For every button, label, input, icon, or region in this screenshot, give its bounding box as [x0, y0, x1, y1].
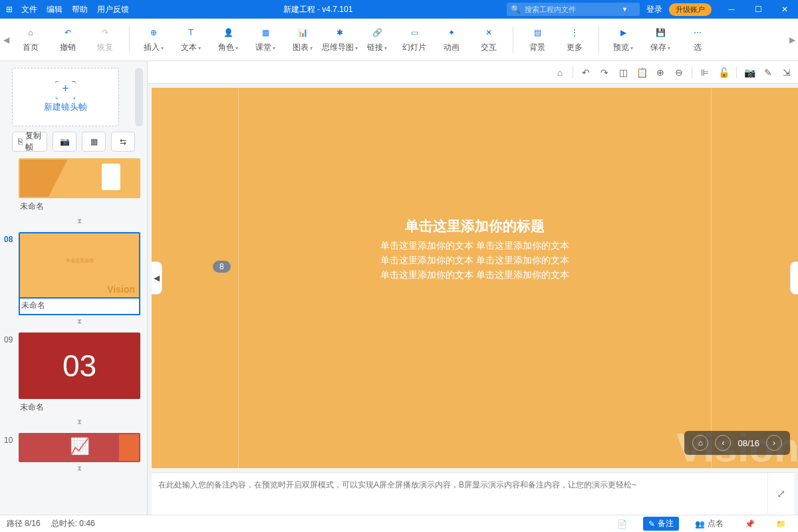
- toolbar-slides[interactable]: ▭幻灯片: [396, 26, 433, 53]
- toolbar-text[interactable]: T文本: [172, 26, 209, 53]
- menu-file[interactable]: 文件: [21, 4, 37, 15]
- toolbar-more2[interactable]: ⋯选: [679, 26, 716, 53]
- zoom-in-icon[interactable]: ⊕: [654, 67, 666, 78]
- mindmap-icon: ✱: [333, 26, 346, 39]
- redo-icon: ↷: [98, 26, 112, 39]
- qr-icon: ▦: [90, 137, 98, 146]
- edit-icon[interactable]: ✎: [762, 67, 774, 78]
- camera-icon: 📷: [60, 137, 70, 146]
- search-icon: 🔍: [511, 5, 521, 14]
- copy-frame-button[interactable]: ⎘ 复制帧: [12, 132, 47, 152]
- collapse-right-button[interactable]: [790, 261, 798, 295]
- status-duration: 总时长: 0:46: [51, 518, 95, 529]
- toolbar-more[interactable]: ⋮更多: [556, 26, 593, 53]
- menu-help[interactable]: 帮助: [72, 4, 88, 15]
- toolbar-mindmap[interactable]: ✱思维导图: [321, 26, 358, 53]
- qr-button[interactable]: ▦: [82, 132, 106, 152]
- window-title: 新建工程 - v4.7.101: [129, 4, 507, 15]
- snapshot-icon[interactable]: 📷: [743, 67, 755, 78]
- notes-textarea[interactable]: [152, 473, 767, 515]
- more-icon: ⋮: [568, 26, 581, 39]
- status-folder-button[interactable]: 📁: [771, 518, 791, 530]
- nav-home-icon[interactable]: ⌂: [692, 435, 708, 451]
- thumbnail-09[interactable]: 0903未命名⧗: [19, 332, 140, 429]
- camera-button[interactable]: 📷: [53, 132, 76, 152]
- login-link[interactable]: 登录: [640, 4, 669, 15]
- upgrade-button[interactable]: 升级账户: [669, 3, 712, 16]
- home-icon[interactable]: ⌂: [554, 67, 566, 78]
- home-icon: ⌂: [24, 26, 37, 39]
- rotate-left-icon[interactable]: ↶: [580, 67, 592, 78]
- menu-feedback[interactable]: 用户反馈: [97, 4, 129, 15]
- slide-body-placeholder[interactable]: 单击这里添加你的文本 单击这里添加你的文本 单击这里添加你的文本 单击这里添加你…: [152, 238, 798, 282]
- app-logo: ⊞: [0, 5, 19, 14]
- new-frame-button[interactable]: ⌐ ¬ + ⌞ ⌟ 新建镜头帧: [12, 68, 119, 126]
- toolbar-anim[interactable]: ✦动画: [433, 26, 470, 53]
- toolbar-link[interactable]: 🔗链接: [358, 26, 396, 53]
- toolbar-home[interactable]: ⌂首页: [12, 26, 49, 53]
- toolbar-redo[interactable]: ↷恢复: [86, 26, 124, 53]
- person-icon: 👤: [221, 26, 235, 39]
- slide-canvas[interactable]: ◀ 8 单击这里添加你的标题 单击这里添加你的文本 单击这里添加你的文本 单击这…: [152, 88, 798, 468]
- save-icon: 💾: [654, 26, 667, 39]
- copy-icon: ⎘: [18, 137, 23, 146]
- new-frame-label: 新建镜头帧: [44, 101, 87, 113]
- thumbnail-08[interactable]: 08单击这里添加Vision未命名⧗: [19, 232, 140, 329]
- export-icon[interactable]: ⇲: [781, 67, 793, 78]
- toolbar-bg[interactable]: ▤背景: [519, 26, 556, 53]
- align-icon[interactable]: ⊫: [699, 67, 711, 78]
- slide-title-placeholder[interactable]: 单击这里添加你的标题: [152, 217, 798, 235]
- toolbar-book[interactable]: ▦课堂: [247, 26, 284, 53]
- undo-icon: ↶: [61, 26, 74, 39]
- status-roll-button[interactable]: 👥 点名: [690, 517, 729, 531]
- toolbar-play[interactable]: ▶预览: [604, 26, 642, 53]
- toolbar-save[interactable]: 💾保存: [642, 26, 679, 53]
- slide-nav: ⌂ ‹ 08/16 ›: [684, 431, 790, 455]
- book-icon: ▦: [259, 26, 272, 39]
- plus-icon: +: [62, 82, 69, 95]
- toolbar-scroll-right[interactable]: ▶: [786, 19, 798, 61]
- refresh-icon: ⇆: [120, 137, 126, 146]
- minimize-button[interactable]: ─: [718, 0, 745, 19]
- plus-circle-icon: ⊕: [147, 26, 160, 39]
- status-notes-button[interactable]: ✎ 备注: [643, 517, 679, 531]
- more2-icon: ⋯: [691, 26, 704, 39]
- zoom-out-icon[interactable]: ⊖: [673, 67, 685, 78]
- chart-icon: 📊: [296, 26, 309, 39]
- menu-edit[interactable]: 编辑: [47, 4, 63, 15]
- thumbnail-0[interactable]: 未命名⧗: [19, 158, 140, 228]
- status-doc-button[interactable]: 📄: [612, 518, 632, 530]
- nav-next-icon[interactable]: ›: [766, 435, 782, 451]
- thumbnail-10[interactable]: 10📈⧗: [19, 433, 140, 475]
- search-box[interactable]: 🔍 ▼: [507, 3, 640, 16]
- nav-prev-icon[interactable]: ‹: [715, 435, 731, 451]
- toolbar-undo[interactable]: ↶撤销: [49, 26, 86, 53]
- search-input[interactable]: [525, 5, 618, 13]
- expand-notes-button[interactable]: ⤢: [767, 473, 794, 515]
- toolbar-plus-circle[interactable]: ⊕插入: [135, 26, 172, 53]
- slides-icon: ▭: [408, 26, 421, 39]
- refresh-button[interactable]: ⇆: [111, 132, 135, 152]
- toolbar-person[interactable]: 👤角色: [209, 26, 247, 53]
- anim-icon: ✦: [445, 26, 458, 39]
- paste-icon[interactable]: 📋: [636, 67, 648, 78]
- bg-icon: ▤: [531, 26, 544, 39]
- toolbar-chart[interactable]: 📊图表: [284, 26, 321, 53]
- maximize-button[interactable]: ☐: [745, 0, 771, 19]
- lock-icon[interactable]: 🔓: [718, 67, 730, 78]
- interact-icon: ✕: [482, 26, 495, 39]
- toolbar-scroll-left[interactable]: ◀: [0, 19, 12, 61]
- status-path: 路径 8/16: [7, 518, 41, 529]
- dropdown-icon[interactable]: ▼: [622, 6, 628, 13]
- link-icon: 🔗: [370, 26, 384, 39]
- close-button[interactable]: ✕: [771, 0, 798, 19]
- play-icon: ▶: [616, 26, 630, 39]
- toolbar-interact[interactable]: ✕交互: [470, 26, 507, 53]
- rotate-right-icon[interactable]: ↷: [598, 67, 610, 78]
- sidebar-scrollbar[interactable]: [135, 68, 143, 126]
- status-pin-button[interactable]: 📌: [739, 518, 760, 530]
- crop-icon[interactable]: ◫: [617, 67, 629, 78]
- text-icon: T: [184, 26, 198, 39]
- nav-counter: 08/16: [737, 438, 759, 448]
